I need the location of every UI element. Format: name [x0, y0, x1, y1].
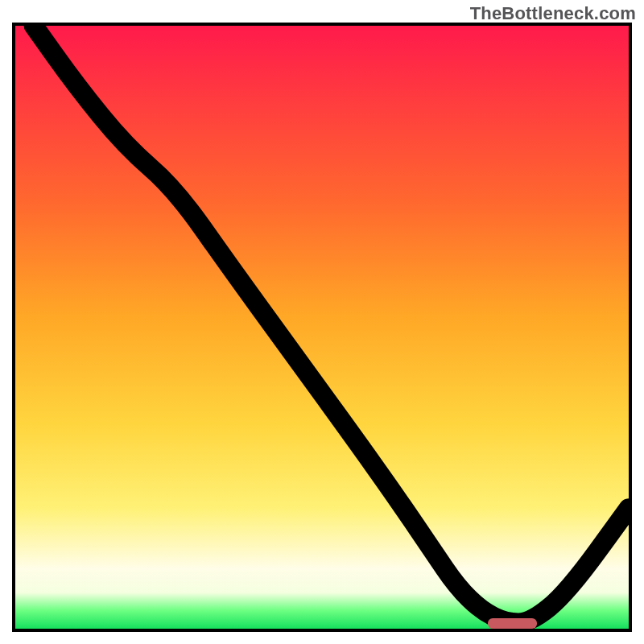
optimal-range-marker [488, 618, 537, 629]
chart-container: TheBottleneck.com [0, 0, 644, 644]
curve-layer [15, 26, 629, 629]
plot-area [12, 23, 632, 632]
bottleneck-curve [34, 26, 629, 623]
watermark-text: TheBottleneck.com [470, 3, 636, 24]
